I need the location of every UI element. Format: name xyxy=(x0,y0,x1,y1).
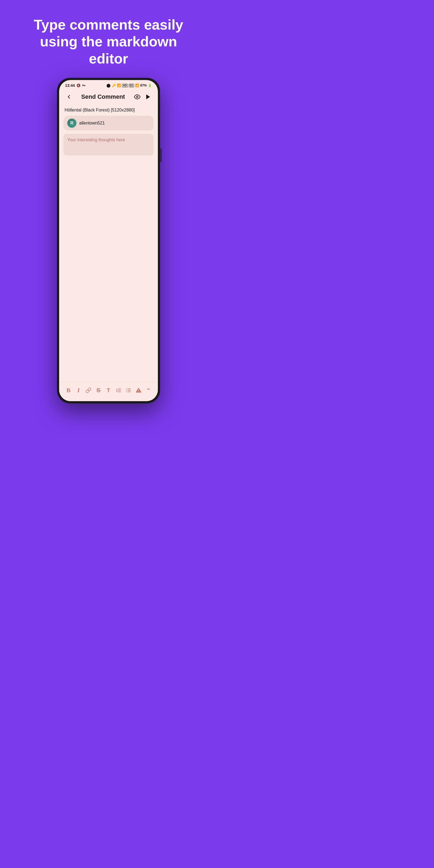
link-button[interactable] xyxy=(84,386,93,395)
svg-marker-1 xyxy=(146,94,150,99)
ordered-list-button[interactable] xyxy=(114,386,123,395)
photo-title: Höllental (Black Forest) [5120x2880] xyxy=(63,108,154,113)
app-bar: Send Comment xyxy=(59,89,158,104)
username-label: allentown521 xyxy=(79,121,105,126)
italic-button[interactable]: I xyxy=(74,386,83,395)
phone-shell: 13:44 🔇 🗝 🔑 📶 HD 5G 📶 87% 🔋 Send Com xyxy=(57,78,160,403)
mute-icon: 🔇 xyxy=(76,84,81,87)
svg-point-9 xyxy=(126,390,127,391)
signal-icon: 📶 xyxy=(135,84,139,87)
lock-icon: 🔑 xyxy=(112,84,116,87)
wifi-icon: 📶 xyxy=(117,84,121,87)
hero-line1: Type comments easily xyxy=(34,17,183,33)
editor-space xyxy=(63,159,154,379)
bold-button[interactable]: B xyxy=(64,386,73,395)
comment-placeholder: Your interesting thoughts here xyxy=(67,137,125,142)
content-area: Höllental (Black Forest) [5120x2880] R a… xyxy=(59,104,158,382)
heading-button[interactable]: T xyxy=(104,386,113,395)
page-title: Send Comment xyxy=(74,93,132,100)
hd-badge: HD xyxy=(122,84,127,87)
svg-point-10 xyxy=(126,392,127,392)
warning-button[interactable] xyxy=(134,386,143,395)
svg-point-8 xyxy=(126,389,127,389)
avatar: R xyxy=(67,119,76,128)
key-icon: 🗝 xyxy=(82,84,86,87)
send-button[interactable] xyxy=(143,92,153,102)
avatar-letter: R xyxy=(70,121,73,126)
preview-button[interactable] xyxy=(132,92,142,102)
power-button xyxy=(160,148,162,162)
hero-heading: Type comments easily using the markdown … xyxy=(18,0,199,78)
5g-badge: 5G xyxy=(129,84,134,87)
phone-screen: 13:44 🔇 🗝 🔑 📶 HD 5G 📶 87% 🔋 Send Com xyxy=(59,80,158,401)
battery-level: 87% xyxy=(140,84,147,87)
user-chip: R allentown521 xyxy=(63,116,154,130)
quote-button[interactable]: “ xyxy=(144,386,153,395)
camera-notch xyxy=(106,84,111,88)
battery-icon: 🔋 xyxy=(148,84,152,87)
svg-point-0 xyxy=(136,96,138,98)
hero-line2: using the markdown xyxy=(40,34,177,50)
back-button[interactable] xyxy=(64,92,74,102)
markdown-toolbar: B I S T xyxy=(59,382,158,401)
time-display: 13:44 xyxy=(65,83,75,88)
unordered-list-button[interactable] xyxy=(124,386,133,395)
hero-line3: editor xyxy=(89,51,128,66)
strikethrough-button[interactable]: S xyxy=(94,386,103,395)
comment-input-field[interactable]: Your interesting thoughts here xyxy=(63,134,154,155)
